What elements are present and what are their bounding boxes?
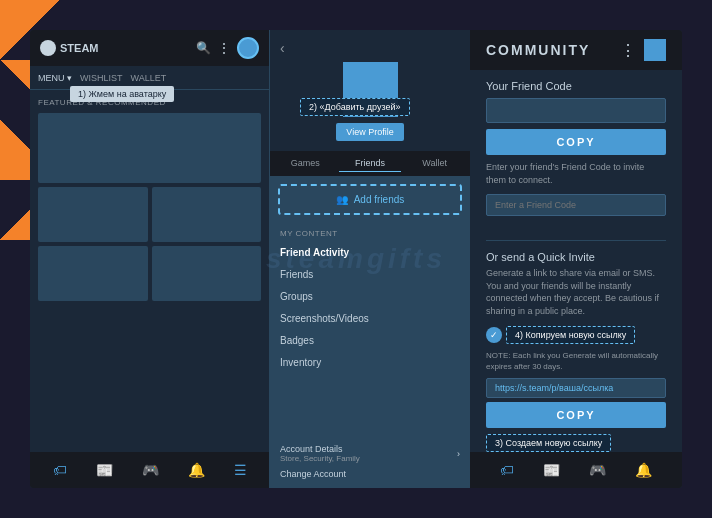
community-content: Your Friend Code COPY Enter your friend'… <box>470 70 682 452</box>
steam-logo-icon <box>40 40 56 56</box>
game-thumbnails <box>38 113 261 301</box>
nav-menu[interactable]: MENU ▾ <box>38 73 72 83</box>
game-thumb-large <box>38 113 261 183</box>
add-friends-label: Add friends <box>354 194 405 205</box>
account-details-item[interactable]: Account Details Store, Security, Family … <box>280 441 460 466</box>
profile-header: ‹ View Profile <box>270 30 470 151</box>
middle-panel: ‹ View Profile 2) «Добавить друзей» Game… <box>270 30 470 488</box>
enter-friend-code-input[interactable] <box>486 194 666 216</box>
step3-annotation-label: 3) Создаем новую ссылку <box>486 434 611 452</box>
community-avatar[interactable] <box>644 39 666 61</box>
bottom-notif-icon[interactable]: 🔔 <box>188 462 205 478</box>
quick-invite-title: Or send a Quick Invite <box>486 251 666 263</box>
avatar[interactable] <box>237 37 259 59</box>
content-friend-activity[interactable]: Friend Activity <box>280 242 460 264</box>
change-account-item[interactable]: Change Account <box>280 466 460 482</box>
nav-wallet[interactable]: WALLET <box>131 73 167 83</box>
bottom-games-icon[interactable]: 🎮 <box>142 462 159 478</box>
right-panel: COMMUNITY ⋮ Your Friend Code COPY Enter … <box>470 30 682 488</box>
step4-annotation-row: ✓ 4) Копируем новую ссылку <box>486 326 666 344</box>
tab-friends[interactable]: Friends <box>339 155 402 172</box>
comm-bottom-tag-icon[interactable]: 🏷 <box>500 462 514 478</box>
left-panel: STEAM 🔍 ⋮ MENU ▾ WISHLIST WALLET 1) Жмем… <box>30 30 270 488</box>
invite-description: Enter your friend's Friend Code to invit… <box>486 161 666 186</box>
steam-header: STEAM 🔍 ⋮ <box>30 30 269 66</box>
bottom-news-icon[interactable]: 📰 <box>96 462 113 478</box>
header-icons: 🔍 ⋮ <box>196 37 259 59</box>
game-thumb-2 <box>152 187 262 242</box>
quick-invite-section: Or send a Quick Invite Generate a link t… <box>486 240 666 452</box>
link-note: NOTE: Each link you Generate will automa… <box>486 350 666 372</box>
step4-annotation-label: 4) Копируем новую ссылку <box>506 326 635 344</box>
account-section: Account Details Store, Security, Family … <box>270 435 470 488</box>
tab-wallet[interactable]: Wallet <box>403 155 466 172</box>
community-header: COMMUNITY ⋮ <box>470 30 682 70</box>
content-inventory[interactable]: Inventory <box>280 352 460 374</box>
view-profile-button[interactable]: View Profile <box>336 123 403 141</box>
copy-link-button[interactable]: COPY <box>486 402 666 428</box>
change-account-label: Change Account <box>280 469 346 479</box>
content-groups[interactable]: Groups <box>280 286 460 308</box>
more-icon[interactable]: ⋮ <box>217 40 231 56</box>
bottom-tag-icon[interactable]: 🏷 <box>53 462 67 478</box>
link-url-display: https://s.team/p/ваша/ссылка <box>486 378 666 398</box>
comm-bottom-notif-icon[interactable]: 🔔 <box>635 462 652 478</box>
friend-code-section: Your Friend Code COPY Enter your friend'… <box>486 80 666 228</box>
content-friends[interactable]: Friends <box>280 264 460 286</box>
main-container: STEAM 🔍 ⋮ MENU ▾ WISHLIST WALLET 1) Жмем… <box>30 30 682 488</box>
profile-tabs: Games Friends Wallet <box>270 151 470 176</box>
friend-code-copy-button[interactable]: COPY <box>486 129 666 155</box>
game-thumb-3 <box>38 246 148 301</box>
game-thumb-1 <box>38 187 148 242</box>
content-badges[interactable]: Badges <box>280 330 460 352</box>
nav-wishlist[interactable]: WISHLIST <box>80 73 123 83</box>
comm-bottom-news-icon[interactable]: 📰 <box>543 462 560 478</box>
bottom-menu-icon[interactable]: ☰ <box>234 462 247 478</box>
step2-annotation: 2) «Добавить друзей» <box>300 98 410 116</box>
quick-invite-description: Generate a link to share via email or SM… <box>486 267 666 317</box>
add-friends-icon: 👥 <box>336 194 348 205</box>
add-friends-button[interactable]: 👥 Add friends <box>278 184 462 215</box>
community-more-icon[interactable]: ⋮ <box>620 41 636 60</box>
community-bottom-nav: 🏷 📰 🎮 🔔 <box>470 452 682 488</box>
friend-code-label: Your Friend Code <box>486 80 666 92</box>
search-icon[interactable]: 🔍 <box>196 41 211 55</box>
chevron-right-icon: › <box>457 449 460 459</box>
left-bottom-nav: 🏷 📰 🎮 🔔 ☰ <box>30 452 269 488</box>
game-thumb-4 <box>152 246 262 301</box>
account-details-sub: Store, Security, Family <box>280 454 360 463</box>
content-screenshots[interactable]: Screenshots/Videos <box>280 308 460 330</box>
community-title: COMMUNITY <box>486 42 590 58</box>
my-content-section: MY CONTENT Friend Activity Friends Group… <box>270 223 470 380</box>
steam-label: STEAM <box>60 42 99 54</box>
community-header-right: ⋮ <box>620 39 666 61</box>
account-details-label: Account Details <box>280 444 360 454</box>
friend-code-input[interactable] <box>486 98 666 123</box>
tab-games[interactable]: Games <box>274 155 337 172</box>
back-button[interactable]: ‹ <box>280 40 285 56</box>
my-content-label: MY CONTENT <box>280 229 460 238</box>
comm-bottom-games-icon[interactable]: 🎮 <box>589 462 606 478</box>
steam-logo: STEAM <box>40 40 99 56</box>
tooltip-click-avatar: 1) Жмем на аватарку <box>70 86 174 102</box>
left-content: FEATURED & RECOMMENDED <box>30 90 269 452</box>
step3-annotation-row: 3) Создаем новую ссылку <box>486 434 666 452</box>
check-icon: ✓ <box>486 327 502 343</box>
